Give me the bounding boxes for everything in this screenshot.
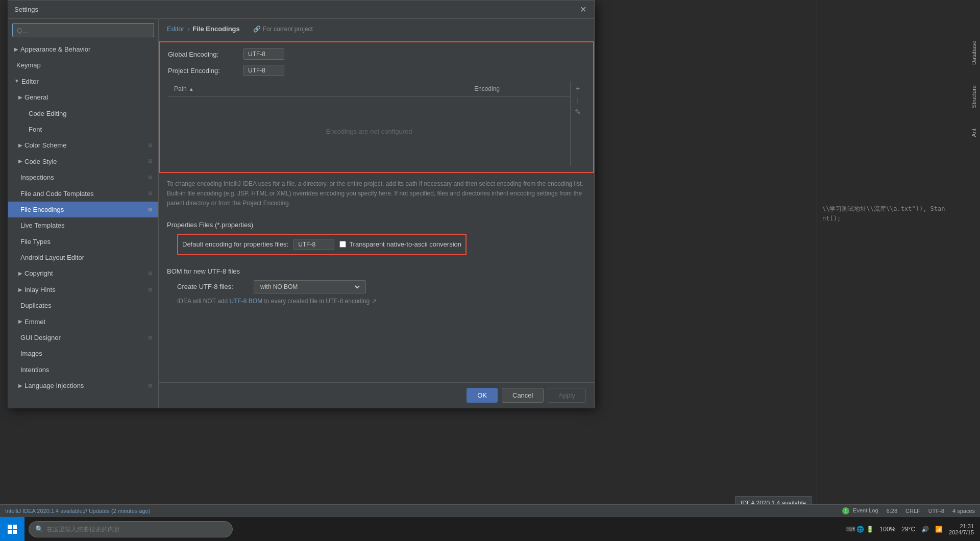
sidebar-item-gui-designer[interactable]: GUI Designer ⊞	[8, 330, 158, 346]
table-header: Path ▲ Encoding	[168, 81, 570, 97]
battery-level: 100%	[880, 526, 896, 533]
dialog-titlebar: Settings ✕	[8, 1, 594, 19]
svg-rect-3	[13, 530, 17, 534]
sidebar-item-code-style[interactable]: ▶ Code Style ⊞	[8, 154, 158, 169]
sidebar-item-keymap[interactable]: Keymap	[8, 57, 158, 73]
transparent-conversion-checkbox[interactable]	[339, 241, 346, 248]
taskbar-search-input[interactable]	[46, 526, 200, 533]
global-encoding-select[interactable]: UTF-8	[243, 48, 284, 60]
content-main: Global Encoding: UTF-8 Project Encoding:	[159, 37, 594, 382]
system-clock[interactable]: 21:31 2024/7/15	[949, 523, 974, 535]
project-link[interactable]: 🔗 For current project	[253, 26, 313, 33]
sidebar-item-file-encodings[interactable]: File Encodings ⊞	[8, 202, 158, 217]
project-encoding-dropdown[interactable]: UTF-8	[248, 67, 274, 74]
content-header: Editor › File Encodings 🔗 For current pr…	[159, 19, 594, 37]
ant-panel-tab[interactable]: Ant	[971, 129, 977, 137]
bom-info-before: IDEA will NOT add	[177, 298, 229, 305]
props-encoding-select[interactable]: UTF-8	[293, 239, 334, 250]
props-encoding-dropdown[interactable]: UTF-8	[298, 241, 324, 248]
global-encoding-dropdown[interactable]: UTF-8	[248, 51, 274, 58]
structure-panel-tab[interactable]: Structure	[971, 85, 977, 108]
create-utf8-label: Create UTF-8 files:	[177, 283, 249, 290]
settings-dialog: Settings ✕ ▶ Appearance & Behavior Keyma…	[8, 0, 595, 408]
bom-select-box[interactable]: with NO BOM	[254, 280, 366, 293]
close-button[interactable]: ✕	[578, 5, 588, 15]
transparent-conversion-row: Transparent native-to-ascii conversion	[339, 240, 461, 248]
line-col-item[interactable]: 6:28	[887, 508, 897, 514]
bom-info-link[interactable]: UTF-8 BOM	[229, 298, 262, 305]
database-panel-tab[interactable]: Database	[971, 41, 977, 65]
sidebar-item-label: Inlay Hints	[24, 284, 56, 296]
scrollbar-area[interactable]: │	[573, 95, 583, 106]
bom-section: BOM for new UTF-8 files Create UTF-8 fil…	[159, 261, 594, 311]
project-encoding-label: Project Encoding:	[168, 67, 239, 75]
sidebar-item-label: GUI Designer	[20, 332, 61, 343]
sidebar-item-android-layout-editor[interactable]: Android Layout Editor	[8, 250, 158, 265]
code-line-1: \\学习测试地址\\流库\\a.txt")), Stan	[822, 204, 975, 214]
status-message: IntelliJ IDEA 2020.1.4 available;// Upda…	[5, 508, 150, 514]
search-box[interactable]	[12, 23, 154, 37]
sidebar-item-emmet[interactable]: ▶ Emmet	[8, 314, 158, 330]
expand-arrow: ▶	[18, 93, 22, 102]
sidebar-item-language-injections[interactable]: ▶ Language Injections ⊞	[8, 378, 158, 394]
event-log-badge: 1	[842, 507, 849, 514]
settings-sidebar: ▶ Appearance & Behavior Keymap ▼ Editor …	[8, 19, 159, 408]
encoding-column-label: Encoding	[474, 85, 500, 92]
sidebar-item-appearance[interactable]: ▶ Appearance & Behavior	[8, 41, 158, 57]
windows-logo-icon	[7, 524, 17, 534]
properties-section: Properties Files (*.properties) Default …	[159, 215, 594, 261]
breadcrumb-parent[interactable]: Editor	[167, 25, 184, 33]
cancel-button[interactable]: Cancel	[502, 388, 544, 403]
sidebar-item-color-scheme[interactable]: ▶ Color Scheme ⊞	[8, 137, 158, 153]
svg-rect-0	[8, 525, 12, 529]
encoding-item[interactable]: UTF-8	[928, 508, 944, 514]
event-log-item[interactable]: 1 Event Log	[842, 507, 878, 514]
sidebar-item-general[interactable]: ▶ General	[8, 89, 158, 105]
expand-arrow: ▶	[18, 157, 22, 166]
clock-date: 2024/7/15	[949, 529, 974, 535]
sidebar-item-duplicates[interactable]: Duplicates	[8, 298, 158, 313]
project-encoding-select[interactable]: UTF-8	[243, 65, 284, 76]
sidebar-item-label: Editor	[21, 76, 39, 87]
expand-arrow: ▶	[18, 141, 22, 150]
sidebar-item-label: General	[24, 91, 48, 103]
sidebar-item-file-code-templates[interactable]: File and Code Templates ⊞	[8, 186, 158, 202]
sidebar-item-copyright[interactable]: ▶ Copyright ⊞	[8, 265, 158, 281]
sidebar-item-live-templates[interactable]: Live Templates	[8, 217, 158, 233]
sidebar-item-inspections[interactable]: Inspections ⊞	[8, 169, 158, 185]
expand-arrow: ▶	[18, 381, 22, 390]
bom-dropdown[interactable]: with NO BOM	[258, 283, 361, 291]
settings-content: Editor › File Encodings 🔗 For current pr…	[159, 19, 594, 408]
sidebar-item-inlay-hints[interactable]: ▶ Inlay Hints ⊞	[8, 282, 158, 298]
search-input[interactable]	[17, 27, 150, 34]
add-path-button[interactable]: +	[573, 83, 583, 93]
path-column-label: Path	[174, 85, 187, 92]
sidebar-item-label: Intentions	[20, 364, 49, 376]
dialog-footer: OK Cancel Apply	[159, 382, 594, 408]
bom-section-title: BOM for new UTF-8 files	[167, 267, 586, 275]
path-encoding-table: Path ▲ Encoding Encodings are not config…	[168, 81, 585, 166]
sidebar-item-file-types[interactable]: File Types	[8, 234, 158, 250]
edit-button[interactable]: ✎	[575, 108, 581, 116]
taskbar-search-box[interactable]: 🔍	[29, 521, 233, 537]
sidebar-item-label: File Encodings	[20, 204, 64, 215]
indent-item[interactable]: 4 spaces	[952, 508, 975, 514]
sidebar-item-label: Keymap	[16, 59, 41, 71]
sidebar-item-font[interactable]: Font	[8, 121, 158, 137]
sidebar-item-editor[interactable]: ▼ Editor	[8, 73, 158, 89]
temperature: 29°C	[901, 526, 915, 533]
properties-encoding-row: Default encoding for properties files: U…	[177, 234, 467, 255]
start-button[interactable]	[0, 517, 24, 542]
default-encoding-props-label: Default encoding for properties files:	[182, 240, 288, 248]
sidebar-item-label: Code Editing	[29, 108, 66, 119]
sidebar-item-code-editing[interactable]: Code Editing	[8, 106, 158, 121]
sidebar-item-label: Font	[29, 124, 42, 135]
dialog-body: ▶ Appearance & Behavior Keymap ▼ Editor …	[8, 19, 594, 408]
status-bar: IntelliJ IDEA 2020.1.4 available;// Upda…	[0, 504, 980, 517]
sidebar-item-images[interactable]: Images	[8, 346, 158, 361]
apply-button[interactable]: Apply	[548, 388, 586, 403]
sidebar-item-label: Copyright	[24, 267, 53, 279]
ok-button[interactable]: OK	[467, 388, 498, 403]
line-ending-item[interactable]: CRLF	[905, 508, 920, 514]
sidebar-item-intentions[interactable]: Intentions	[8, 362, 158, 378]
